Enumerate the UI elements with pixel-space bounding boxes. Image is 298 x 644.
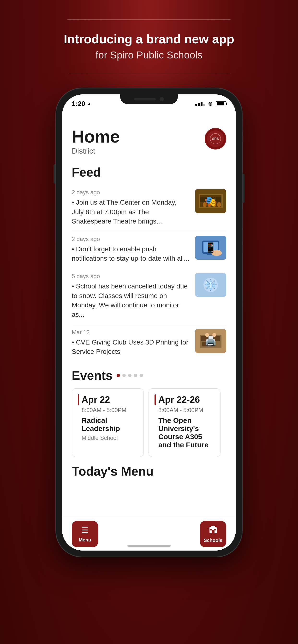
location-icon: ▲ — [87, 101, 91, 106]
feed-section-title: Feed — [72, 165, 226, 180]
time-display: 1:20 — [72, 100, 85, 108]
school-building-icon — [208, 525, 218, 534]
event-date-bar-0 — [78, 394, 79, 405]
home-title: Home — [72, 128, 120, 145]
events-dot-4 — [140, 374, 143, 377]
events-pagination — [117, 374, 143, 377]
svg-rect-19 — [195, 273, 226, 297]
events-cards: Apr 22 8:00AM - 5:00PM Radical Leadershi… — [72, 388, 226, 457]
schools-button[interactable]: Schools — [200, 521, 226, 547]
phone-mockup: 1:20 ▲ ⊛ — [55, 88, 243, 557]
header-section: Introducing a brand new app for Spiro Pu… — [0, 0, 298, 88]
snow-svg — [195, 273, 226, 297]
nav-item-menu[interactable]: ☰ Menu — [72, 521, 98, 547]
scroll-area: Home District SPS — [62, 121, 236, 517]
event-date-0: Apr 22 — [78, 394, 138, 405]
feed-item-1[interactable]: 2 days ago • Don't forget to enable push… — [72, 231, 226, 268]
feed-thumb-1 — [195, 236, 226, 260]
svg-rect-26 — [195, 329, 226, 353]
divider-bottom — [67, 73, 231, 73]
home-indicator — [127, 545, 171, 547]
svg-rect-12 — [202, 240, 219, 254]
feed-body-2: • School has been cancelled today due to… — [72, 282, 190, 319]
svg-point-20 — [203, 278, 218, 292]
app-content: Home District SPS — [62, 121, 236, 550]
feed-item-text-0: 2 days ago • Join us at The Center on Mo… — [72, 189, 190, 226]
menu-button[interactable]: ☰ Menu — [72, 521, 98, 547]
feed-meta-1: 2 days ago — [72, 236, 190, 242]
svg-point-6 — [208, 202, 211, 207]
phone-screen: 1:20 ▲ ⊛ — [62, 94, 236, 550]
svg-text:SPS: SPS — [212, 137, 219, 141]
events-dot-3 — [134, 374, 137, 377]
school-logo-inner: SPS — [207, 130, 224, 147]
svg-line-23 — [206, 280, 215, 289]
feed-meta-2: 5 days ago — [72, 273, 190, 280]
svg-text:STAGE: STAGE — [205, 198, 216, 202]
events-section-title: Events — [72, 368, 113, 382]
svg-point-32 — [212, 333, 216, 337]
svg-rect-29 — [202, 342, 208, 346]
school-logo[interactable]: SPS — [205, 128, 226, 150]
svg-rect-9 — [200, 198, 221, 202]
svg-rect-36 — [210, 529, 212, 530]
signal-bar-3 — [201, 102, 203, 106]
svg-marker-34 — [208, 526, 218, 528]
school-logo-svg: SPS — [209, 133, 221, 145]
schools-label: Schools — [204, 538, 222, 543]
feed-meta-3: Mar 12 — [72, 329, 190, 336]
signal-bar-1 — [195, 104, 197, 106]
signal-bar-4 — [203, 104, 205, 106]
feed-thumb-0: STAGE — [195, 189, 226, 213]
event-name-0: Radical Leadership — [78, 416, 138, 433]
svg-line-24 — [206, 280, 215, 289]
svg-point-7 — [212, 202, 216, 207]
svg-rect-28 — [201, 336, 220, 341]
feed-item-text-1: 2 days ago • Don't forget to enable push… — [72, 236, 190, 263]
thumb-theater-img: STAGE — [195, 189, 226, 213]
tech-svg — [195, 236, 226, 260]
battery-icon — [216, 101, 226, 106]
feed-body-3: • CVE Giving Club Uses 3D Printing for S… — [72, 338, 190, 356]
svg-rect-13 — [203, 242, 218, 252]
battery-fill — [217, 102, 224, 106]
schools-icon — [208, 525, 218, 536]
feed-item-2[interactable]: 5 days ago • School has been cancelled t… — [72, 268, 226, 324]
feed-body-0: • Join us at The Center on Monday, July … — [72, 198, 190, 226]
thumb-snow-img — [195, 273, 226, 297]
thumb-tech-img — [195, 236, 226, 260]
events-dot-2 — [128, 374, 131, 377]
menu-icon: ☰ — [81, 525, 89, 535]
svg-rect-18 — [218, 250, 220, 254]
svg-rect-16 — [213, 250, 215, 255]
menu-label: Menu — [79, 537, 91, 543]
events-header: Events — [72, 368, 226, 382]
feed-item-3[interactable]: Mar 12 • CVE Giving Club Uses 3D Printin… — [72, 324, 226, 361]
svg-point-31 — [205, 333, 209, 337]
notch — [120, 94, 178, 104]
status-time: 1:20 ▲ — [72, 100, 91, 108]
notch-bar: 1:20 ▲ ⊛ — [62, 94, 236, 121]
event-name-1: The Open University's Course A305 and th… — [155, 416, 215, 449]
feed-thumb-3 — [195, 329, 226, 353]
menu-section-title: Today's Menu — [72, 464, 226, 478]
event-card-0[interactable]: Apr 22 8:00AM - 5:00PM Radical Leadershi… — [72, 388, 144, 457]
feed-meta-0: 2 days ago — [72, 189, 190, 196]
svg-rect-35 — [212, 530, 215, 533]
nav-item-schools[interactable]: Schools — [200, 521, 226, 547]
feed-item-0[interactable]: 2 days ago • Join us at The Center on Mo… — [72, 184, 226, 231]
feed-thumb-2 — [195, 273, 226, 297]
event-date-bar-1 — [155, 394, 156, 405]
notch-camera — [160, 97, 164, 101]
signal-bar-2 — [198, 103, 200, 106]
event-time-1: 8:00AM - 5:00PM — [155, 407, 215, 414]
event-location-0: Middle School — [78, 434, 138, 441]
home-header: Home District SPS — [72, 128, 226, 156]
header-title: Introducing a brand new app — [64, 32, 234, 46]
event-date-1: Apr 22-26 — [155, 394, 215, 405]
events-dot-1 — [122, 374, 126, 377]
svg-rect-30 — [209, 342, 215, 346]
event-card-1[interactable]: Apr 22-26 8:00AM - 5:00PM The Open Unive… — [148, 388, 221, 457]
notch-speaker — [134, 98, 156, 100]
wifi-icon: ⊛ — [208, 100, 213, 107]
